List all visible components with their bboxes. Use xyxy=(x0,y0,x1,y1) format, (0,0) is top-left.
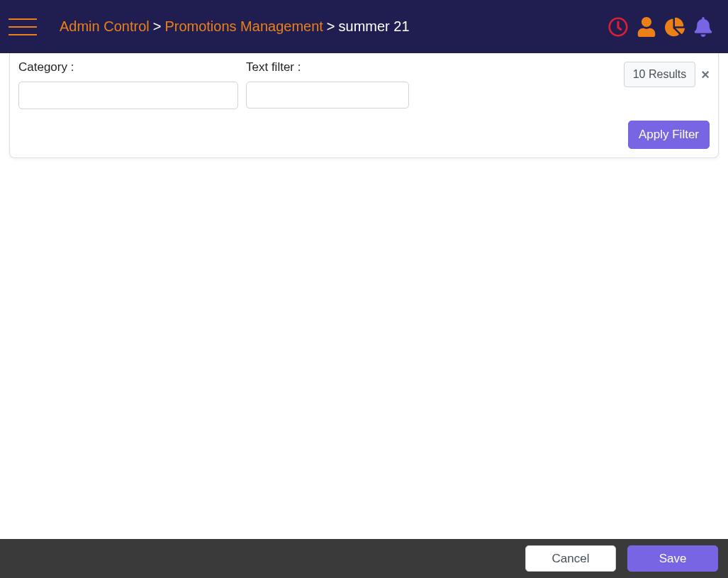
filter-actions: Apply Filter xyxy=(10,121,718,157)
menu-toggle[interactable] xyxy=(0,18,45,35)
chart-pie-icon[interactable] xyxy=(664,16,685,38)
apply-filter-button[interactable]: Apply Filter xyxy=(628,121,710,149)
clock-icon[interactable] xyxy=(607,16,629,38)
text-filter-input[interactable] xyxy=(246,82,409,109)
breadcrumb-level1[interactable]: Admin Control xyxy=(60,18,150,35)
text-filter-label: Text filter : xyxy=(246,60,409,74)
close-icon[interactable]: × xyxy=(701,67,710,82)
category-input[interactable] xyxy=(18,82,238,109)
breadcrumb-current: summer 21 xyxy=(339,18,410,35)
breadcrumb-separator: > xyxy=(323,18,339,35)
results-wrap: 10 Results × xyxy=(624,60,710,87)
breadcrumb-level2[interactable]: Promotions Management xyxy=(164,18,323,35)
filter-row: Category : Text filter : 10 Results × xyxy=(10,53,718,121)
category-field: Category : xyxy=(18,60,238,109)
user-icon[interactable] xyxy=(636,16,657,38)
filter-card: Category : Text filter : 10 Results × Ap… xyxy=(9,53,719,158)
breadcrumb-separator: > xyxy=(150,18,165,35)
results-count-button[interactable]: 10 Results xyxy=(624,62,696,87)
cancel-button[interactable]: Cancel xyxy=(525,545,616,572)
breadcrumb: Admin Control > Promotions Management > … xyxy=(60,18,607,35)
save-button[interactable]: Save xyxy=(627,545,718,572)
bell-icon[interactable] xyxy=(693,16,714,38)
text-filter-field: Text filter : xyxy=(246,60,409,109)
top-navbar: Admin Control > Promotions Management > … xyxy=(0,0,728,53)
bottom-action-bar: Cancel Save xyxy=(0,539,728,578)
category-label: Category : xyxy=(18,60,238,74)
navbar-icons xyxy=(607,16,714,38)
